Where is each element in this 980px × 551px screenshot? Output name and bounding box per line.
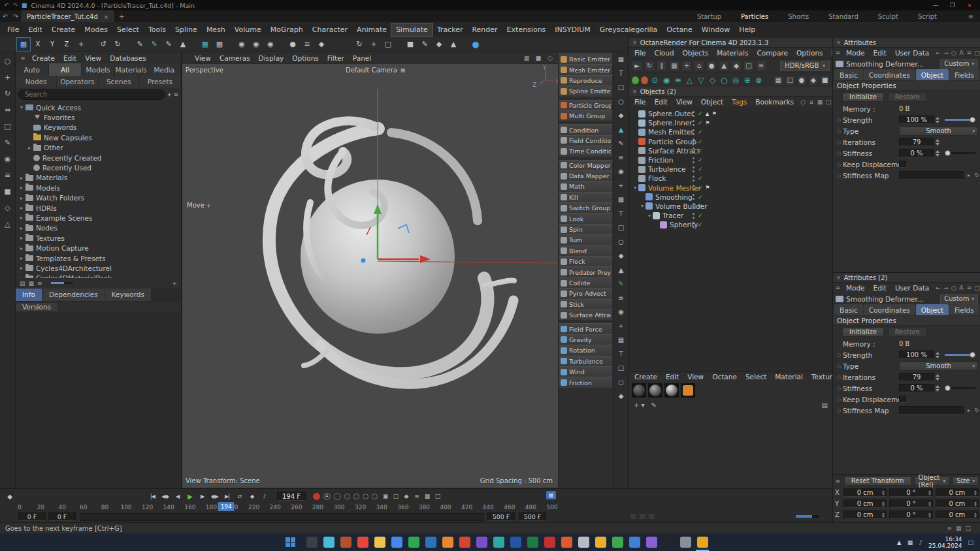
menu-simulate[interactable]: Simulate [391, 24, 433, 36]
timeline-layout-icon[interactable] [639, 513, 645, 520]
particle-op-spline-emitter[interactable]: Spline Emitter [559, 86, 613, 97]
search-input[interactable] [18, 89, 165, 100]
menu-mesh[interactable]: Mesh [202, 24, 230, 36]
stepper-up-icon[interactable] [936, 150, 939, 153]
octane-kernel-icon-5[interactable]: ◇ [708, 75, 717, 86]
octane-kernel-icon-8[interactable]: ⊕ [742, 75, 752, 86]
anim-dot-icon[interactable]: ○ [837, 375, 843, 380]
stepper-up-icon[interactable] [928, 512, 931, 514]
size-dropdown[interactable]: Size ▾ [953, 477, 979, 486]
visibility-dots-icon[interactable] [692, 157, 695, 164]
octane-extra-icon-2[interactable]: ● [797, 75, 807, 86]
stepper[interactable] [882, 501, 885, 506]
octane-lock-icon[interactable]: ● [706, 61, 717, 71]
expander-icon[interactable]: ▸ [18, 255, 25, 261]
y-rotation-field[interactable]: 0 ° [889, 499, 932, 508]
status-icon[interactable]: ≡ [947, 525, 952, 531]
pen-tool-icon[interactable]: ✎ [2, 136, 14, 148]
palette-icon-11[interactable]: T [615, 208, 627, 219]
asset-menu-view[interactable]: View [81, 53, 105, 63]
flag-tag-icon[interactable]: ⚑ [706, 120, 710, 126]
flag-tag-icon[interactable]: ⚑ [706, 185, 710, 191]
z-rotation-field[interactable]: 0 ° [889, 511, 932, 519]
map-field[interactable] [899, 171, 964, 180]
value-field[interactable]: 0 % [899, 149, 934, 157]
z-position-field[interactable]: 0 cm [843, 511, 887, 519]
record-scale-button[interactable] [353, 494, 359, 499]
menu-animate[interactable]: Animate [352, 24, 391, 36]
particle-op-time-condition[interactable]: Time Condition [559, 146, 613, 157]
type-dropdown[interactable]: Smooth▾ [899, 362, 978, 371]
particle-op-field-force[interactable]: Field Force [559, 323, 613, 334]
menu-insydium[interactable]: INSYDIUM [550, 24, 595, 36]
redo-arrow-icon[interactable]: ↷ [10, 13, 21, 20]
attr-menu-user-data[interactable]: User Data [891, 283, 933, 293]
anim-dot-icon[interactable]: ○ [837, 118, 843, 123]
stepper-up-icon[interactable] [928, 501, 931, 503]
start-button[interactable] [277, 533, 303, 551]
stepper-down-icon[interactable] [974, 515, 977, 517]
particle-op-predator-prey[interactable]: Predator Prey [559, 266, 613, 277]
preset-dropdown[interactable]: Custom▾ [940, 294, 978, 304]
history-forward-icon[interactable]: → [942, 285, 949, 291]
expander-icon[interactable]: ▸ [18, 225, 25, 231]
visibility-dots-icon[interactable] [692, 129, 695, 136]
particle-op-flock[interactable]: Flock [559, 256, 613, 267]
slider-knob[interactable] [945, 385, 951, 391]
lock-icon[interactable]: □ [973, 285, 980, 291]
range-start-field-2[interactable]: 0 F [48, 512, 76, 521]
stepper-up-icon[interactable] [936, 117, 939, 119]
palette-icon-10[interactable]: ▦ [615, 194, 627, 205]
z-scale-field[interactable]: 0 cm [936, 511, 979, 519]
map-expand-icon[interactable]: ▸ [965, 172, 973, 178]
particle-op-field-condition[interactable]: Field Condition [559, 135, 613, 146]
particle-op-reproduce[interactable]: Reproduce [559, 75, 613, 86]
bottom-tab-dependencies[interactable]: Dependencies [42, 289, 105, 301]
value-field[interactable]: 79 [899, 138, 934, 146]
octane-kernel-icon-0[interactable]: ⊙ [650, 75, 660, 86]
enabled-check-icon[interactable]: ✓ [698, 185, 703, 191]
asset-menu-edit[interactable]: Edit [59, 53, 80, 63]
capsule-icon[interactable]: ◆ [315, 38, 328, 51]
menu-select[interactable]: Select [112, 24, 144, 36]
asset-tab-media[interactable]: Media [148, 63, 181, 76]
brush-tool-icon[interactable]: ✎ [162, 38, 175, 51]
viewport-menu-view[interactable]: View [191, 53, 215, 63]
particle-op-friction[interactable]: Friction [559, 377, 613, 388]
magnet-tool-icon[interactable]: ▲ [176, 38, 189, 51]
palette-icon-24[interactable]: ◆ [615, 390, 627, 401]
particle-op-switch-group[interactable]: Switch Group [559, 202, 613, 213]
material-thumbnail-2[interactable] [664, 383, 679, 398]
record-rotation-button[interactable] [363, 494, 368, 499]
viewport-menu-filter[interactable]: Filter [323, 53, 348, 63]
object-item-surface-attract[interactable]: Surface Attract✓ [629, 146, 832, 155]
burger-icon[interactable]: ≡ [834, 285, 841, 291]
taskbar-clock[interactable]: 16:34 25.04.2024 [928, 536, 962, 549]
palette-icon-13[interactable]: ○ [615, 236, 627, 247]
material-node-icon[interactable]: ● [286, 38, 299, 51]
axis-lock-y[interactable]: Y [46, 38, 59, 51]
y-scale-field[interactable]: 0 cm [936, 499, 979, 508]
goto-end-button[interactable]: ▶| [221, 491, 233, 501]
octane-camera-icon[interactable]: ⌂ [694, 61, 704, 71]
path-icon[interactable]: □ [825, 99, 832, 105]
map-field[interactable] [899, 406, 964, 415]
taskbar-app-icon-9[interactable] [456, 533, 473, 551]
sort-icon[interactable]: ≡ [173, 91, 178, 98]
initialize-button[interactable]: Initialize [842, 93, 884, 102]
layout-shorts[interactable]: Shorts [788, 13, 809, 20]
asset-subtab-presets[interactable]: Presets [140, 76, 181, 87]
stepper-up-icon[interactable] [974, 490, 977, 492]
document-tab[interactable]: ParticleTracer_Tut.c4d × [21, 10, 114, 22]
attr-tab-coordinates[interactable]: Coordinates [864, 304, 915, 315]
asset-tree-item-templates-presets[interactable]: ▸Templates & Presets [16, 253, 181, 263]
asset-tree-item-watch-folders[interactable]: ▸Watch Folders [16, 193, 181, 203]
map-refresh-icon[interactable]: ↻ [973, 407, 980, 413]
objects-menu-bookmarks[interactable]: Bookmarks [751, 97, 798, 107]
burger-icon[interactable]: ≡ [834, 50, 841, 56]
octane-menu-options[interactable]: Options [792, 48, 827, 58]
anim-dot-icon[interactable]: ○ [837, 364, 843, 369]
frame-tool-icon[interactable]: □ [2, 120, 14, 132]
particle-op-condition[interactable]: Condition [559, 124, 613, 135]
enabled-check-icon[interactable]: ✓ [698, 129, 703, 135]
